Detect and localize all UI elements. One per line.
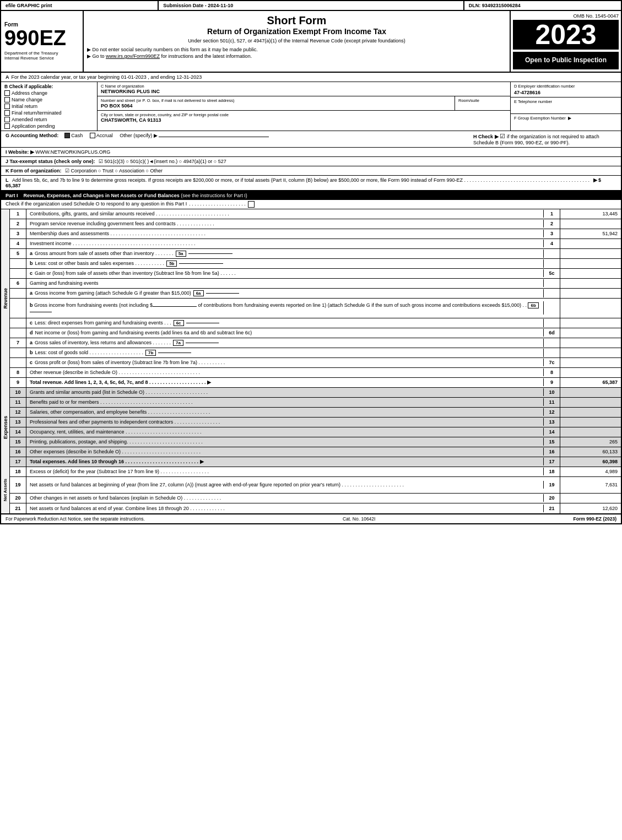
omb-number: OMB No. 1545-0047 (513, 13, 619, 19)
row-value-15: 265 (560, 439, 621, 445)
group-exempt-label: F Group Exemption Number ▶ (514, 116, 618, 121)
row-num-14: 14 (10, 427, 26, 437)
row-num-9: 9 (10, 378, 26, 387)
j-label: J Tax-exempt status (check only one): (6, 159, 95, 164)
row-num-6: 6 (10, 279, 26, 288)
row-linenum-9: 9 (544, 378, 560, 387)
schedule-o-checkbox[interactable] (248, 201, 255, 208)
address-change-checkbox[interactable] (4, 90, 10, 96)
row-desc-20: Other changes in net assets or fund bala… (26, 494, 544, 502)
section-h: H Check ▶ ☑ if the organization is not r… (473, 133, 616, 145)
section-a-label: A (6, 74, 9, 80)
row-desc-5b: b Less: cost or other basis and sales ex… (26, 259, 544, 268)
row-desc-6: Gaming and fundraising events (26, 279, 544, 287)
final-return-label: Final return/terminated (12, 110, 62, 116)
row-num-17: 17 (10, 457, 26, 467)
row-linenum-13: 13 (544, 418, 560, 427)
revenue-row-7a: 7 a Gross sales of inventory, less retur… (10, 338, 621, 348)
expense-row-17: 17 Total expenses. Add lines 10 through … (10, 457, 621, 467)
row-desc-5a: a Gross amount from sale of assets other… (26, 250, 544, 258)
net-assets-row-21: 21 Net assets or fund balances at end of… (10, 503, 621, 513)
checkbox-initial-return: Initial return (4, 104, 94, 109)
row-num-20: 20 (10, 494, 26, 503)
form-footer: For Paperwork Reduction Act Notice, see … (0, 514, 622, 524)
row-value-18: 4,989 (560, 469, 621, 474)
name-change-checkbox[interactable] (4, 97, 10, 102)
row-num-15: 15 (10, 437, 26, 447)
app-pending-checkbox[interactable] (4, 123, 10, 129)
row-linenum-2: 2 (544, 219, 560, 229)
efile-label: efile GRAPHIC print (1, 1, 159, 10)
goto-irs: ▶ Go to www.irs.gov/Form990EZ for instru… (87, 53, 506, 59)
l-value: 65,387 (6, 183, 21, 188)
expense-row-11: 11 Benefits paid to or for members . . .… (10, 398, 621, 408)
part1-header: Part I Revenue, Expenses, and Changes in… (0, 191, 622, 200)
row-linenum-4: 4 (544, 239, 560, 248)
row-desc-10: Grants and similar amounts paid (list in… (26, 388, 544, 396)
k-options: ☑ Corporation ○ Trust ○ Association ○ Ot… (65, 168, 163, 174)
row-desc-1: Contributions, gifts, grants, and simila… (26, 210, 544, 218)
i-label: I Website: ▶ (6, 149, 34, 155)
row-num-8: 8 (10, 368, 26, 377)
l-text: Add lines 5b, 6c, and 7b to line 9 to de… (12, 177, 463, 183)
address-change-label: Address change (12, 90, 47, 96)
row-linenum-15: 15 (544, 437, 560, 447)
website-row: I Website: ▶ WWW.NETWORKINGPLUS.ORG (0, 148, 622, 157)
tax-year-text: For the 2023 calendar year, or tax year … (12, 74, 202, 80)
employer-id-label: D Employer identification number (514, 84, 618, 89)
k-row: K Form of organization: ☑ Corporation ○ … (0, 166, 622, 176)
amended-return-checkbox[interactable] (4, 117, 10, 122)
row-num-2: 2 (10, 219, 26, 229)
address-label: Number and street (or P. O. box, if mail… (101, 98, 451, 103)
phone-label: E Telephone number (514, 99, 618, 104)
row-num-18: 18 (10, 467, 26, 476)
row-desc-6a: a Gross income from gaming (attach Sched… (26, 289, 544, 297)
open-public-badge: Open to Public Inspection (513, 52, 619, 69)
row-desc-15: Printing, publications, postage, and shi… (26, 438, 544, 446)
revenue-row-1: 1 Contributions, gifts, grants, and simi… (10, 209, 621, 219)
row-desc-21: Net assets or fund balances at end of ye… (26, 505, 544, 512)
row-desc-18: Excess or (deficit) for the year (Subtra… (26, 468, 544, 475)
row-desc-7b: b Less: cost of goods sold . . . . . . .… (26, 349, 544, 357)
row-linenum-10: 10 (544, 388, 560, 397)
revenue-row-7b: b Less: cost of goods sold . . . . . . .… (10, 348, 621, 358)
initial-return-checkbox[interactable] (4, 104, 10, 109)
final-return-checkbox[interactable] (4, 110, 10, 116)
g-label: G Accounting Method: (6, 133, 58, 138)
city-label: City or town, state or province, country… (101, 112, 507, 117)
revenue-row-6c: c Less: direct expenses from gaming and … (10, 318, 621, 328)
l-dots: . . . . . . . . . . . . . . . . . . . . … (464, 177, 589, 183)
row-value-19: 7,631 (560, 482, 621, 487)
ein-value: 47-4728616 (514, 90, 618, 95)
revenue-row-7c: c Gross profit or (loss) from sales of i… (10, 358, 621, 368)
row-linenum-14: 14 (544, 427, 560, 437)
revenue-side-label: Revenue (1, 209, 10, 388)
short-form-title: Short Form (87, 14, 506, 27)
room-label: Room/suite (458, 98, 507, 103)
row-linenum-21: 21 (544, 503, 560, 513)
checkbox-app-pending: Application pending (4, 123, 94, 129)
row-value-21: 12,620 (560, 506, 621, 511)
section-b-label: B Check if applicable: (4, 84, 94, 89)
row-num-16: 16 (10, 447, 26, 457)
revenue-row-8: 8 Other revenue (describe in Schedule O)… (10, 368, 621, 378)
row-value-3: 51,942 (560, 231, 621, 236)
row-num-7: 7 (10, 338, 26, 348)
row-value-1: 13,445 (560, 211, 621, 216)
expense-row-14: 14 Occupancy, rent, utilities, and maint… (10, 427, 621, 437)
revenue-row-3: 3 Membership dues and assessments . . . … (10, 229, 621, 239)
h-checkbox[interactable]: ☑ (500, 133, 507, 139)
app-pending-label: Application pending (12, 123, 55, 129)
row-linenum-19: 19 (544, 477, 560, 493)
part1-title: Revenue, Expenses, and Changes in Net As… (24, 193, 247, 198)
dln: DLN: 93492315006284 (464, 1, 621, 10)
expense-row-13: 13 Professional fees and other payments … (10, 418, 621, 427)
name-change-label: Name change (12, 97, 42, 102)
cash-checkbox[interactable]: Cash (64, 133, 84, 138)
row-linenum-3: 3 (544, 229, 560, 239)
row-desc-7c: c Gross profit or (loss) from sales of i… (26, 359, 544, 366)
expense-row-15: 15 Printing, publications, postage, and … (10, 437, 621, 447)
row-linenum-8: 8 (544, 368, 560, 377)
checkbox-address-change: Address change (4, 90, 94, 96)
no-ssn: ▶ Do not enter social security numbers o… (87, 47, 506, 52)
